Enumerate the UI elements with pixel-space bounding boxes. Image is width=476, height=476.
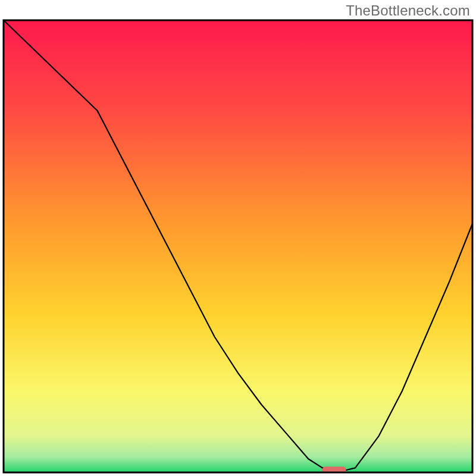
bottleneck-chart (0, 0, 476, 476)
chart-stage: TheBottleneck.com (0, 0, 476, 476)
watermark-text: TheBottleneck.com (346, 2, 470, 19)
